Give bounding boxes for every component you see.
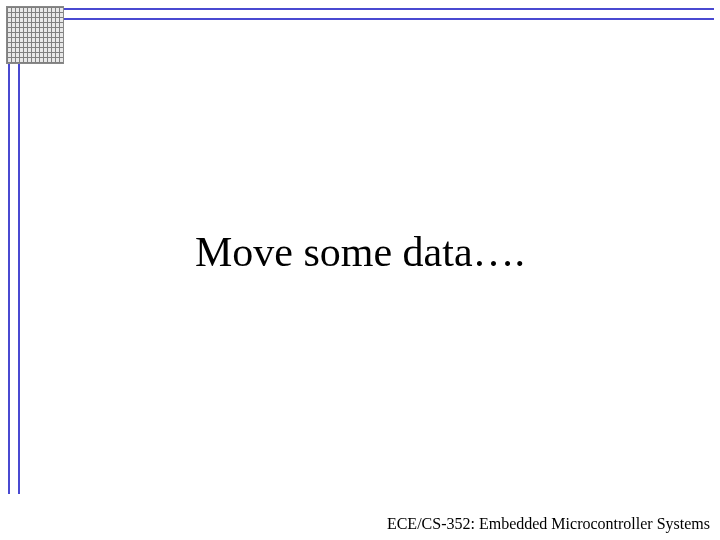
left-rule-inner — [18, 64, 20, 494]
slide-footer: ECE/CS-352: Embedded Microcontroller Sys… — [40, 515, 710, 533]
left-rule-outer — [8, 64, 10, 494]
chip-logo — [6, 6, 64, 64]
top-rule-inner — [64, 18, 714, 20]
top-rule-outer — [64, 8, 714, 10]
chip-pattern — [7, 7, 63, 63]
slide-title: Move some data…. — [0, 228, 720, 276]
